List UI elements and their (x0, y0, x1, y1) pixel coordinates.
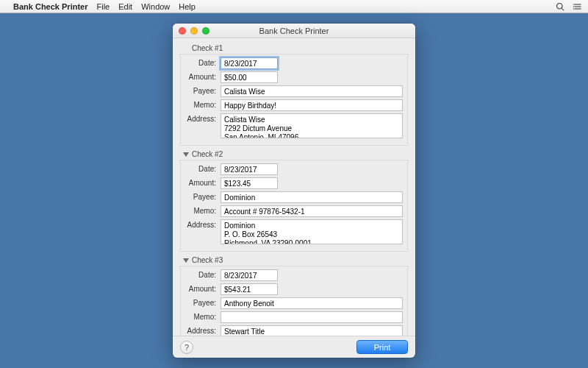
check-body-1: Date: Amount: Payee: Memo: (180, 54, 408, 146)
memo-label: Memo: (185, 311, 220, 321)
menu-edit[interactable]: Edit (118, 2, 132, 11)
address-label: Address: (185, 113, 220, 123)
svg-point-5 (573, 4, 574, 4)
payee-label: Payee: (185, 297, 220, 307)
memo-label: Memo: (185, 99, 220, 109)
check-section-1: Check #1 Date: Amount: Payee: (180, 43, 408, 146)
window-footer: ? Print (173, 336, 415, 358)
memo-field[interactable] (220, 99, 403, 111)
titlebar[interactable]: Bank Check Printer (173, 24, 415, 38)
amount-field[interactable] (220, 177, 278, 189)
memo-field[interactable] (220, 311, 403, 323)
payee-field[interactable] (220, 191, 403, 203)
check-header-3[interactable]: Check #3 (180, 255, 408, 266)
menu-file[interactable]: File (96, 2, 110, 11)
help-button[interactable]: ? (180, 341, 193, 354)
amount-field[interactable] (220, 71, 278, 83)
memo-label: Memo: (185, 205, 220, 215)
check-header-label: Check #3 (192, 256, 223, 264)
check-body-3: Date: Amount: Payee: Memo: (180, 266, 408, 336)
desktop: Bank Check Printer Check #1 Date: Amount… (0, 13, 588, 368)
date-field[interactable] (220, 57, 278, 69)
payee-label: Payee: (185, 191, 220, 201)
window-content: Check #1 Date: Amount: Payee: (173, 38, 415, 336)
check-header-label: Check #2 (192, 150, 223, 158)
svg-point-0 (557, 3, 563, 9)
check-header-1[interactable]: Check #1 (180, 43, 408, 54)
check-body-2: Date: Amount: Payee: Memo: (180, 160, 408, 252)
menubar-app-name[interactable]: Bank Check Printer (13, 2, 87, 11)
check-header-2[interactable]: Check #2 (180, 149, 408, 160)
menu-help[interactable]: Help (179, 2, 196, 11)
amount-field[interactable] (220, 283, 278, 295)
app-window: Bank Check Printer Check #1 Date: Amount… (173, 24, 415, 358)
date-field[interactable] (220, 163, 278, 175)
print-button[interactable]: Print (356, 340, 408, 354)
check-section-2: Check #2 Date: Amount: Payee: (180, 149, 408, 252)
amount-label: Amount: (185, 283, 220, 293)
chevron-down-icon (183, 152, 189, 157)
payee-field[interactable] (220, 85, 403, 97)
address-field[interactable] (220, 325, 403, 336)
chevron-down-icon (183, 258, 189, 263)
address-label: Address: (185, 325, 220, 335)
zoom-icon[interactable] (202, 27, 209, 35)
memo-field[interactable] (220, 205, 403, 217)
payee-label: Payee: (185, 85, 220, 95)
svg-point-6 (573, 6, 574, 7)
svg-point-7 (573, 8, 574, 9)
amount-label: Amount: (185, 71, 220, 81)
check-header-label: Check #1 (192, 44, 223, 52)
payee-field[interactable] (220, 297, 403, 309)
menu-window[interactable]: Window (141, 2, 170, 11)
address-label: Address: (185, 219, 220, 229)
minimize-icon[interactable] (190, 27, 198, 35)
svg-line-1 (562, 8, 564, 10)
date-label: Date: (185, 57, 220, 67)
date-label: Date: (185, 269, 220, 279)
list-icon[interactable] (573, 2, 582, 11)
date-field[interactable] (220, 269, 278, 281)
menubar: Bank Check Printer File Edit Window Help (0, 0, 588, 13)
address-field[interactable] (220, 219, 403, 244)
check-section-3: Check #3 Date: Amount: Payee: (180, 255, 408, 336)
date-label: Date: (185, 163, 220, 173)
amount-label: Amount: (185, 177, 220, 187)
close-icon[interactable] (179, 27, 186, 35)
search-icon[interactable] (556, 2, 564, 11)
address-field[interactable] (220, 113, 403, 138)
